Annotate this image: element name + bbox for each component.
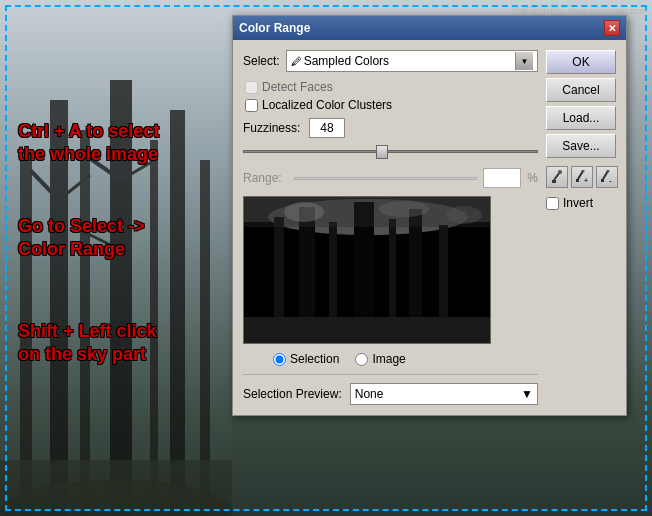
image-radio[interactable] [355,353,368,366]
fuzziness-row: Fuzziness: 48 [243,118,538,138]
save-button[interactable]: Save... [546,134,616,158]
detect-faces-row: Detect Faces [243,80,538,94]
instruction-text-1: Ctrl + A to selectthe whole image [18,120,159,167]
svg-point-28 [379,201,429,217]
select-row: Select: 🖉 Sampled Colors ▼ [243,50,538,72]
selection-preview-row: Selection Preview: None ▼ [243,374,538,405]
svg-rect-26 [244,317,491,344]
localized-clusters-row: Localized Color Clusters [243,98,538,112]
localized-clusters-checkbox[interactable] [245,99,258,112]
fuzziness-slider-track [243,150,538,153]
detect-faces-checkbox[interactable] [245,81,258,94]
selection-radio[interactable] [273,353,286,366]
svg-rect-34 [576,179,579,182]
eyedropper-button[interactable] [546,166,568,188]
svg-point-27 [284,202,324,222]
selection-preview-dropdown[interactable]: None ▼ [350,383,538,405]
preview-image [243,196,491,344]
fuzziness-slider-thumb[interactable] [376,145,388,159]
select-value: Sampled Colors [304,54,515,68]
radio-row: Selection Image [243,352,538,366]
svg-rect-38 [601,179,604,182]
range-label: Range: [243,171,288,185]
left-panel: Select: 🖉 Sampled Colors ▼ Detect Faces … [243,50,538,405]
invert-label: Invert [563,196,593,210]
load-button[interactable]: Load... [546,106,616,130]
eyedropper-plus-button[interactable]: + [571,166,593,188]
range-slider-track [294,177,477,180]
right-panel: OK Cancel Load... Save... [546,50,618,405]
dialog-titlebar: Color Range ✕ [233,16,626,40]
range-input[interactable] [483,168,521,188]
detect-faces-label: Detect Faces [262,80,333,94]
sampled-icon: 🖉 [291,55,302,67]
selection-preview-value: None [355,387,521,401]
cancel-button[interactable]: Cancel [546,78,616,102]
range-row: Range: % [243,168,538,188]
invert-checkbox[interactable] [546,197,559,210]
svg-point-29 [446,206,482,224]
eyedropper-minus-button[interactable]: - [596,166,618,188]
dialog-body: Select: 🖉 Sampled Colors ▼ Detect Faces … [233,40,626,415]
close-button[interactable]: ✕ [604,20,620,36]
selection-preview-label: Selection Preview: [243,387,342,401]
color-range-dialog: Color Range ✕ Select: 🖉 Sampled Colors ▼… [232,15,627,416]
select-dropdown-arrow[interactable]: ▼ [515,52,533,70]
image-label: Image [372,352,405,366]
selection-preview-arrow[interactable]: ▼ [521,387,533,401]
fuzziness-slider-container [243,142,538,160]
instruction-text-2: Go to Select ->Color Range [18,215,145,262]
localized-clusters-label: Localized Color Clusters [262,98,392,112]
fuzziness-value[interactable]: 48 [309,118,345,138]
svg-rect-31 [552,180,556,183]
svg-rect-14 [0,460,232,516]
select-dropdown[interactable]: 🖉 Sampled Colors ▼ [286,50,538,72]
ok-button[interactable]: OK [546,50,616,74]
svg-point-32 [558,170,562,174]
instruction-text-3: Shift + Left clickon the sky part [18,320,157,367]
selection-label: Selection [290,352,339,366]
svg-rect-6 [170,110,185,516]
svg-text:-: - [609,176,612,184]
range-pct: % [527,171,538,185]
image-radio-option: Image [355,352,405,366]
select-label: Select: [243,54,280,68]
svg-text:+: + [584,177,588,184]
fuzziness-label: Fuzziness: [243,121,303,135]
selection-radio-option: Selection [273,352,339,366]
tool-row: + - [546,166,618,188]
dialog-title: Color Range [239,21,310,35]
invert-row: Invert [546,196,618,210]
